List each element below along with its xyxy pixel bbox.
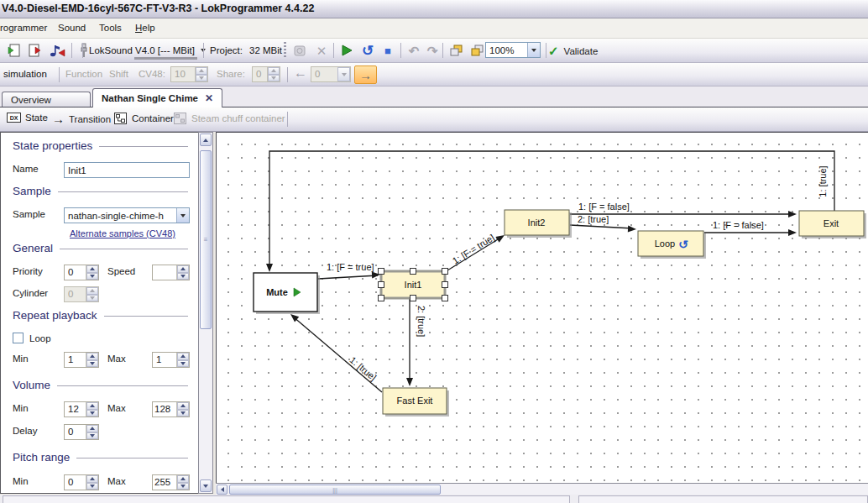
spin-up-icon[interactable] <box>177 475 189 483</box>
delay-spinner[interactable]: 0 <box>64 424 99 440</box>
spin-up-icon[interactable] <box>268 67 280 75</box>
menu-sound[interactable]: Sound <box>58 23 86 33</box>
spin-down-icon[interactable] <box>177 273 189 280</box>
spin-up-icon[interactable] <box>86 425 98 432</box>
panel-vertical-scrollbar[interactable]: ≡ <box>198 132 213 494</box>
spin-down-icon[interactable] <box>86 273 98 280</box>
edge-init2-loop[interactable] <box>570 225 633 228</box>
menu-help[interactable]: Help <box>135 23 155 33</box>
spin-up-icon[interactable] <box>86 475 98 483</box>
repeat-min-spinner[interactable]: 1 <box>64 352 99 368</box>
spin-down-icon[interactable] <box>86 483 98 490</box>
step-back-button[interactable]: ← <box>294 65 307 81</box>
close-icon[interactable]: ✕ <box>205 92 213 104</box>
cv48-spinner[interactable]: 10 <box>170 66 208 82</box>
add-steam-chuff-container-button[interactable]: Steam chuff container <box>174 113 285 124</box>
priority-label: Priority <box>13 266 43 276</box>
cylinder-spinner[interactable]: 0 <box>64 286 99 302</box>
function-button[interactable]: Function <box>65 65 102 82</box>
tab-overview[interactable]: Overview <box>2 92 91 107</box>
volume-max-value: 128 <box>153 402 176 417</box>
tab-nathan-single-chime[interactable]: Nathan Single Chime ✕ <box>92 88 222 107</box>
redo-button[interactable]: ↷ <box>422 41 442 60</box>
spin-up-icon[interactable] <box>177 353 189 360</box>
spin-down-icon[interactable] <box>196 75 207 82</box>
state-icon: DX <box>7 113 21 123</box>
step-forward-button[interactable]: → <box>354 65 377 84</box>
spin-down-icon[interactable] <box>86 410 98 417</box>
share-spinner[interactable]: 0 <box>252 66 280 82</box>
sample-dropdown[interactable]: nathan-single-chime-h <box>64 207 190 223</box>
edge-fastexit-mute[interactable] <box>293 317 382 392</box>
scroll-down-button[interactable] <box>200 479 212 492</box>
name-input[interactable]: Init1 <box>64 162 190 178</box>
delay-value: 0 <box>65 425 86 439</box>
repeat-max-spinner[interactable]: 1 <box>152 352 190 368</box>
title-bar[interactable]: V4.0-Diesel-EMD-16cyl-567C-FT-V3-R3 - Lo… <box>0 0 868 18</box>
add-state-button[interactable]: DX State <box>7 113 48 123</box>
node-fast-exit[interactable]: Fast Exit <box>383 388 447 414</box>
add-container-button[interactable]: Container <box>114 113 174 124</box>
decoder-type-dropdown[interactable]: LokSound V4.0 [--- MBit] <box>89 42 206 59</box>
spin-down-icon[interactable] <box>177 410 189 417</box>
zoom-out-button[interactable] <box>467 41 487 60</box>
shift-button[interactable]: Shift <box>109 65 128 82</box>
menu-programmer[interactable]: rogrammer <box>0 23 47 33</box>
spin-up-icon[interactable] <box>86 353 98 360</box>
spin-down-icon[interactable] <box>268 75 280 82</box>
pitch-max-spinner[interactable]: 255 <box>152 474 190 490</box>
spin-up-icon[interactable] <box>86 402 98 410</box>
priority-spinner[interactable]: 0 <box>64 265 99 280</box>
zoom-in-button[interactable] <box>446 41 466 60</box>
spin-up-icon[interactable] <box>177 265 189 273</box>
volume-min-spinner[interactable]: 12 <box>64 401 99 417</box>
node-exit[interactable]: Exit <box>799 211 864 236</box>
scroll-left-button[interactable] <box>217 485 227 495</box>
pitch-min-spinner[interactable]: 0 <box>64 474 99 490</box>
play-button[interactable] <box>337 41 357 60</box>
validate-button[interactable]: ✓ Validate <box>547 41 608 60</box>
volume-max-spinner[interactable]: 128 <box>152 401 190 417</box>
scroll-up-button[interactable] <box>200 134 212 146</box>
scrollbar-thumb[interactable]: ≡ <box>200 150 212 329</box>
node-mute[interactable]: Mute <box>254 273 317 312</box>
add-transition-button[interactable]: → Transition <box>52 113 111 125</box>
menu-tools[interactable]: Tools <box>99 23 122 33</box>
loop-checkbox[interactable] <box>13 333 24 343</box>
canvas-horizontal-scrollbar[interactable]: ||| <box>216 483 868 495</box>
spin-down-icon[interactable] <box>86 295 98 302</box>
spin-up-icon[interactable] <box>196 67 207 75</box>
chevron-down-icon[interactable] <box>337 67 350 81</box>
alternate-samples-link[interactable]: Alternate samples (CV48) <box>70 228 175 238</box>
zoom-level-combo[interactable]: 100% <box>485 42 541 58</box>
toolbar-separator <box>71 43 72 58</box>
undo-button[interactable]: ↶ <box>404 41 424 60</box>
write-decoder-button[interactable] <box>290 41 311 60</box>
node-init2[interactable]: Init2 <box>505 210 569 235</box>
spin-up-icon[interactable] <box>86 287 98 295</box>
stop-button[interactable]: ■ <box>378 41 398 60</box>
export-sound-button[interactable] <box>47 41 67 60</box>
loop-play-button[interactable]: ↺ <box>358 41 378 60</box>
step-combo[interactable]: 0 <box>311 66 351 82</box>
open-file-button[interactable] <box>3 41 24 60</box>
diagram-canvas[interactable]: Mute Init2 Loop ↺ Exit <box>216 132 868 483</box>
spin-down-icon[interactable] <box>86 432 98 440</box>
spin-down-icon[interactable] <box>177 483 189 490</box>
node-exit-label: Exit <box>824 218 839 228</box>
export-file-button[interactable] <box>25 41 45 60</box>
spin-up-icon[interactable] <box>86 265 98 273</box>
container-icon <box>114 113 127 124</box>
node-loop[interactable]: Loop ↺ <box>638 231 703 256</box>
delete-button[interactable]: ✕ <box>311 41 332 60</box>
spin-down-icon[interactable] <box>177 360 189 368</box>
spin-up-icon[interactable] <box>177 402 189 410</box>
spin-down-icon[interactable] <box>86 360 98 368</box>
node-init1-selected[interactable]: Init1 <box>379 269 448 301</box>
speed-spinner[interactable] <box>152 265 190 280</box>
scrollbar-thumb[interactable]: ||| <box>229 485 441 495</box>
write-decoder-icon <box>294 45 307 57</box>
edge-mute-init1[interactable] <box>318 275 378 279</box>
node-mute-label: Mute <box>266 287 288 297</box>
toolbar-grip[interactable] <box>284 42 286 59</box>
